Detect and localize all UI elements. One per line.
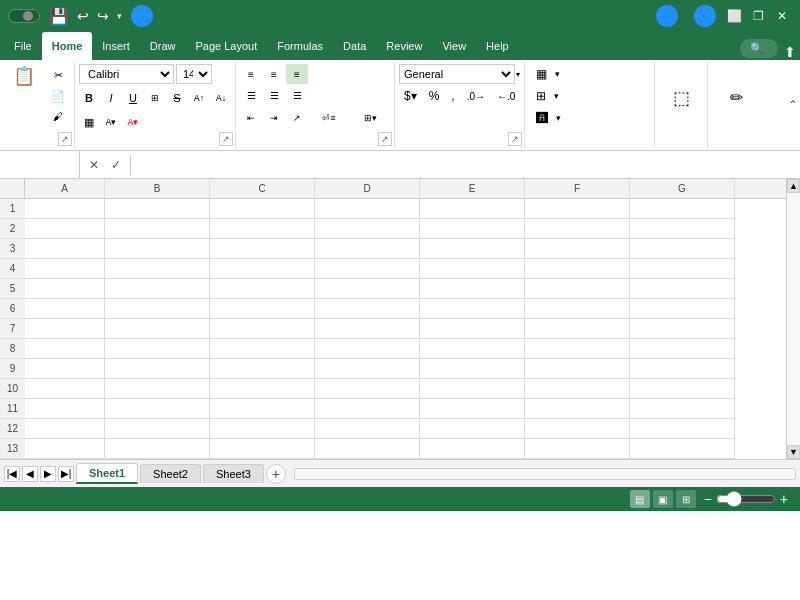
cell-A6[interactable] bbox=[25, 299, 105, 319]
window-close[interactable]: ✕ bbox=[772, 6, 792, 26]
cell-B7[interactable] bbox=[105, 319, 210, 339]
cell-D7[interactable] bbox=[315, 319, 420, 339]
format-as-table-button[interactable]: ⊞ ▾ bbox=[529, 86, 566, 106]
wrap-text-button[interactable]: ⏎≡ bbox=[309, 108, 349, 128]
italic-button[interactable]: I bbox=[101, 88, 121, 108]
number-expand[interactable]: ↗ bbox=[508, 132, 522, 146]
scroll-track[interactable] bbox=[787, 193, 800, 445]
sheet-nav-next[interactable]: ▶ bbox=[40, 466, 56, 482]
cell-B4[interactable] bbox=[105, 259, 210, 279]
cell-A2[interactable] bbox=[25, 219, 105, 239]
normal-view-button[interactable]: ▤ bbox=[630, 490, 650, 508]
cell-G9[interactable] bbox=[630, 359, 735, 379]
horizontal-scrollbar[interactable] bbox=[294, 468, 796, 480]
align-bottom-left[interactable]: ☰ bbox=[240, 85, 262, 105]
cell-G6[interactable] bbox=[630, 299, 735, 319]
cell-F3[interactable] bbox=[525, 239, 630, 259]
borders-button[interactable]: ▦ bbox=[79, 112, 99, 132]
cell-C1[interactable] bbox=[210, 199, 315, 219]
percent-button[interactable]: % bbox=[424, 86, 445, 106]
sheet-nav-last[interactable]: ▶| bbox=[58, 466, 74, 482]
cell-A9[interactable] bbox=[25, 359, 105, 379]
cell-B8[interactable] bbox=[105, 339, 210, 359]
tab-insert[interactable]: Insert bbox=[92, 32, 140, 60]
cell-styles-button[interactable]: 🅰 ▾ bbox=[529, 108, 568, 128]
row-header-5[interactable]: 5 bbox=[0, 279, 25, 299]
cell-F13[interactable] bbox=[525, 439, 630, 459]
cell-C4[interactable] bbox=[210, 259, 315, 279]
row-header-13[interactable]: 13 bbox=[0, 439, 25, 459]
decrease-decimal-button[interactable]: ←.0 bbox=[492, 86, 520, 106]
cell-C8[interactable] bbox=[210, 339, 315, 359]
col-header-c[interactable]: C bbox=[210, 179, 315, 198]
cell-B10[interactable] bbox=[105, 379, 210, 399]
cell-B12[interactable] bbox=[105, 419, 210, 439]
cell-G1[interactable] bbox=[630, 199, 735, 219]
name-box[interactable] bbox=[0, 151, 80, 178]
format-painter-button[interactable]: 🖌 bbox=[46, 108, 70, 125]
font-decrease-button[interactable]: A↓ bbox=[211, 88, 231, 108]
cell-D5[interactable] bbox=[315, 279, 420, 299]
cell-E4[interactable] bbox=[420, 259, 525, 279]
col-header-e[interactable]: E bbox=[420, 179, 525, 198]
cell-D10[interactable] bbox=[315, 379, 420, 399]
cell-G13[interactable] bbox=[630, 439, 735, 459]
increase-indent-button[interactable]: ⇥ bbox=[263, 108, 285, 128]
tab-view[interactable]: View bbox=[432, 32, 476, 60]
cells-button[interactable]: ⬚ bbox=[659, 85, 703, 111]
cell-B13[interactable] bbox=[105, 439, 210, 459]
cell-A12[interactable] bbox=[25, 419, 105, 439]
zoom-out-button[interactable]: − bbox=[704, 491, 712, 507]
cell-D11[interactable] bbox=[315, 399, 420, 419]
cell-C9[interactable] bbox=[210, 359, 315, 379]
row-header-11[interactable]: 11 bbox=[0, 399, 25, 419]
tell-me-search[interactable]: 🔍 bbox=[740, 39, 778, 58]
sheet-tab-sheet1[interactable]: Sheet1 bbox=[76, 463, 138, 484]
page-break-view-button[interactable]: ⊞ bbox=[676, 490, 696, 508]
number-format-dropdown[interactable]: ▾ bbox=[516, 70, 520, 79]
clipboard-expand[interactable]: ↗ bbox=[58, 132, 72, 146]
cell-D8[interactable] bbox=[315, 339, 420, 359]
window-minimize[interactable]: ⬜ bbox=[724, 6, 744, 26]
cell-C11[interactable] bbox=[210, 399, 315, 419]
tab-home[interactable]: Home bbox=[42, 32, 93, 60]
tab-formulas[interactable]: Formulas bbox=[267, 32, 333, 60]
cell-D1[interactable] bbox=[315, 199, 420, 219]
cell-C5[interactable] bbox=[210, 279, 315, 299]
cell-E11[interactable] bbox=[420, 399, 525, 419]
cell-B11[interactable] bbox=[105, 399, 210, 419]
sheet-nav-prev[interactable]: ◀ bbox=[22, 466, 38, 482]
font-size-select[interactable]: 14 bbox=[176, 64, 212, 84]
row-header-3[interactable]: 3 bbox=[0, 239, 25, 259]
row-header-1[interactable]: 1 bbox=[0, 199, 25, 219]
accounting-format-button[interactable]: $▾ bbox=[399, 86, 422, 106]
col-header-b[interactable]: B bbox=[105, 179, 210, 198]
cell-A1[interactable] bbox=[25, 199, 105, 219]
cell-E5[interactable] bbox=[420, 279, 525, 299]
tab-draw[interactable]: Draw bbox=[140, 32, 186, 60]
cell-E8[interactable] bbox=[420, 339, 525, 359]
cell-D6[interactable] bbox=[315, 299, 420, 319]
scroll-h-track[interactable] bbox=[294, 468, 796, 480]
align-top-left[interactable]: ≡ bbox=[240, 64, 262, 84]
col-header-g[interactable]: G bbox=[630, 179, 735, 198]
cell-D13[interactable] bbox=[315, 439, 420, 459]
copy-button[interactable]: 📄 bbox=[46, 87, 70, 106]
redo-icon[interactable]: ↪ bbox=[94, 6, 112, 26]
cell-E2[interactable] bbox=[420, 219, 525, 239]
cell-E1[interactable] bbox=[420, 199, 525, 219]
cell-C10[interactable] bbox=[210, 379, 315, 399]
cell-F8[interactable] bbox=[525, 339, 630, 359]
cell-D4[interactable] bbox=[315, 259, 420, 279]
sheet-tab-sheet2[interactable]: Sheet2 bbox=[140, 464, 201, 483]
cell-D9[interactable] bbox=[315, 359, 420, 379]
cell-A13[interactable] bbox=[25, 439, 105, 459]
underline-button[interactable]: U bbox=[123, 88, 143, 108]
cell-A3[interactable] bbox=[25, 239, 105, 259]
row-header-6[interactable]: 6 bbox=[0, 299, 25, 319]
number-format-select[interactable]: General bbox=[399, 64, 515, 84]
cell-B6[interactable] bbox=[105, 299, 210, 319]
alignment-expand[interactable]: ↗ bbox=[378, 132, 392, 146]
share-icon[interactable]: ⬆ bbox=[784, 44, 796, 60]
autosave-toggle[interactable] bbox=[8, 9, 40, 23]
